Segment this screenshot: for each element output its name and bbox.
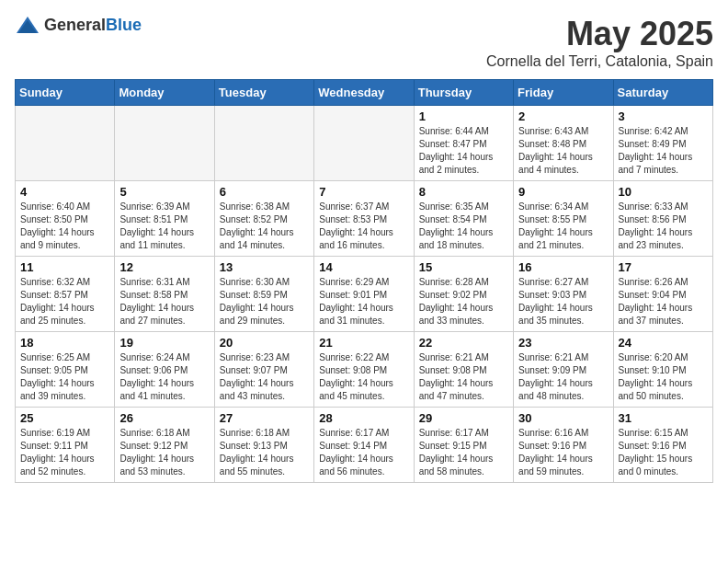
calendar-day-cell: 13Sunrise: 6:30 AM Sunset: 8:59 PM Dayli…: [214, 257, 313, 332]
day-number: 14: [319, 260, 408, 274]
day-number: 6: [220, 185, 309, 199]
day-number: 26: [119, 411, 209, 425]
day-info: Sunrise: 6:23 AM Sunset: 9:07 PM Dayligh…: [220, 351, 309, 403]
month-title: May 2025: [486, 15, 713, 53]
day-info: Sunrise: 6:33 AM Sunset: 8:56 PM Dayligh…: [619, 201, 708, 252]
calendar-week-row: 18Sunrise: 6:25 AM Sunset: 9:05 PM Dayli…: [16, 332, 713, 408]
day-number: 27: [220, 411, 309, 425]
day-number: 18: [20, 336, 109, 350]
day-number: 23: [518, 336, 608, 350]
day-of-week-header: Wednesday: [314, 80, 414, 106]
day-number: 16: [518, 260, 608, 274]
day-number: 20: [220, 336, 309, 350]
day-number: 29: [419, 411, 508, 425]
calendar-day-cell: 11Sunrise: 6:32 AM Sunset: 8:57 PM Dayli…: [16, 257, 115, 332]
day-number: 17: [619, 260, 708, 274]
day-number: 28: [319, 411, 408, 425]
day-number: 25: [20, 411, 109, 425]
day-info: Sunrise: 6:32 AM Sunset: 8:57 PM Dayligh…: [20, 276, 109, 327]
day-info: Sunrise: 6:22 AM Sunset: 9:08 PM Dayligh…: [319, 351, 408, 403]
calendar-day-cell: 14Sunrise: 6:29 AM Sunset: 9:01 PM Dayli…: [314, 257, 414, 332]
day-number: 7: [319, 185, 408, 199]
calendar-day-cell: 15Sunrise: 6:28 AM Sunset: 9:02 PM Dayli…: [414, 257, 513, 332]
day-info: Sunrise: 6:34 AM Sunset: 8:55 PM Dayligh…: [518, 201, 608, 252]
calendar-day-cell: 17Sunrise: 6:26 AM Sunset: 9:04 PM Dayli…: [613, 257, 712, 332]
day-info: Sunrise: 6:37 AM Sunset: 8:53 PM Dayligh…: [319, 201, 408, 252]
logo-icon: [15, 15, 40, 35]
day-info: Sunrise: 6:27 AM Sunset: 9:03 PM Dayligh…: [518, 276, 608, 327]
day-number: 4: [20, 185, 109, 199]
calendar-day-cell: 20Sunrise: 6:23 AM Sunset: 9:07 PM Dayli…: [214, 332, 313, 408]
calendar-week-row: 1Sunrise: 6:44 AM Sunset: 8:47 PM Daylig…: [16, 106, 713, 181]
day-info: Sunrise: 6:24 AM Sunset: 9:06 PM Dayligh…: [119, 351, 209, 403]
day-number: 21: [319, 336, 408, 350]
calendar-day-cell: 9Sunrise: 6:34 AM Sunset: 8:55 PM Daylig…: [514, 181, 613, 257]
calendar-day-cell: 30Sunrise: 6:16 AM Sunset: 9:16 PM Dayli…: [514, 408, 613, 483]
calendar-day-cell: 19Sunrise: 6:24 AM Sunset: 9:06 PM Dayli…: [115, 332, 214, 408]
day-number: 8: [419, 185, 508, 199]
day-number: 3: [619, 109, 708, 123]
day-info: Sunrise: 6:38 AM Sunset: 8:52 PM Dayligh…: [220, 201, 309, 252]
calendar-day-cell: [214, 106, 313, 181]
day-number: 10: [619, 185, 708, 199]
calendar-day-cell: 28Sunrise: 6:17 AM Sunset: 9:14 PM Dayli…: [314, 408, 414, 483]
calendar-table: SundayMondayTuesdayWednesdayThursdayFrid…: [15, 79, 713, 483]
day-number: 12: [119, 260, 209, 274]
day-number: 2: [518, 109, 608, 123]
day-info: Sunrise: 6:26 AM Sunset: 9:04 PM Dayligh…: [619, 276, 708, 327]
calendar-header: SundayMondayTuesdayWednesdayThursdayFrid…: [16, 80, 713, 106]
calendar-week-row: 4Sunrise: 6:40 AM Sunset: 8:50 PM Daylig…: [16, 181, 713, 257]
day-info: Sunrise: 6:42 AM Sunset: 8:49 PM Dayligh…: [619, 125, 708, 177]
day-number: 9: [518, 185, 608, 199]
logo: GeneralBlue: [15, 15, 142, 35]
page-header: GeneralBlue May 2025 Cornella del Terri,…: [15, 15, 713, 70]
day-info: Sunrise: 6:17 AM Sunset: 9:14 PM Dayligh…: [319, 427, 408, 478]
calendar-week-row: 25Sunrise: 6:19 AM Sunset: 9:11 PM Dayli…: [16, 408, 713, 483]
day-of-week-header: Friday: [514, 80, 613, 106]
day-of-week-header: Saturday: [613, 80, 712, 106]
logo-text-general: General: [44, 16, 106, 34]
day-info: Sunrise: 6:16 AM Sunset: 9:16 PM Dayligh…: [518, 427, 608, 478]
day-info: Sunrise: 6:40 AM Sunset: 8:50 PM Dayligh…: [20, 201, 109, 252]
day-number: 30: [518, 411, 608, 425]
day-info: Sunrise: 6:21 AM Sunset: 9:08 PM Dayligh…: [419, 351, 508, 403]
calendar-day-cell: 27Sunrise: 6:18 AM Sunset: 9:13 PM Dayli…: [214, 408, 313, 483]
day-number: 22: [419, 336, 508, 350]
day-info: Sunrise: 6:29 AM Sunset: 9:01 PM Dayligh…: [319, 276, 408, 327]
day-number: 19: [119, 336, 209, 350]
day-of-week-header: Tuesday: [214, 80, 313, 106]
calendar-day-cell: 31Sunrise: 6:15 AM Sunset: 9:16 PM Dayli…: [613, 408, 712, 483]
calendar-day-cell: 2Sunrise: 6:43 AM Sunset: 8:48 PM Daylig…: [514, 106, 613, 181]
day-info: Sunrise: 6:21 AM Sunset: 9:09 PM Dayligh…: [518, 351, 608, 403]
day-info: Sunrise: 6:31 AM Sunset: 8:58 PM Dayligh…: [119, 276, 209, 327]
logo-text-blue: Blue: [106, 16, 142, 34]
day-info: Sunrise: 6:30 AM Sunset: 8:59 PM Dayligh…: [220, 276, 309, 327]
calendar-day-cell: 18Sunrise: 6:25 AM Sunset: 9:05 PM Dayli…: [16, 332, 115, 408]
calendar-body: 1Sunrise: 6:44 AM Sunset: 8:47 PM Daylig…: [16, 106, 713, 483]
calendar-day-cell: 29Sunrise: 6:17 AM Sunset: 9:15 PM Dayli…: [414, 408, 513, 483]
day-info: Sunrise: 6:20 AM Sunset: 9:10 PM Dayligh…: [619, 351, 708, 403]
day-number: 11: [20, 260, 109, 274]
title-block: May 2025 Cornella del Terri, Catalonia, …: [486, 15, 713, 70]
calendar-day-cell: [314, 106, 414, 181]
day-info: Sunrise: 6:19 AM Sunset: 9:11 PM Dayligh…: [20, 427, 109, 478]
day-number: 15: [419, 260, 508, 274]
day-number: 31: [619, 411, 708, 425]
calendar-day-cell: [16, 106, 115, 181]
calendar-day-cell: 1Sunrise: 6:44 AM Sunset: 8:47 PM Daylig…: [414, 106, 513, 181]
calendar-week-row: 11Sunrise: 6:32 AM Sunset: 8:57 PM Dayli…: [16, 257, 713, 332]
calendar-day-cell: 25Sunrise: 6:19 AM Sunset: 9:11 PM Dayli…: [16, 408, 115, 483]
calendar-day-cell: 5Sunrise: 6:39 AM Sunset: 8:51 PM Daylig…: [115, 181, 214, 257]
calendar-day-cell: 8Sunrise: 6:35 AM Sunset: 8:54 PM Daylig…: [414, 181, 513, 257]
days-of-week-row: SundayMondayTuesdayWednesdayThursdayFrid…: [16, 80, 713, 106]
day-info: Sunrise: 6:35 AM Sunset: 8:54 PM Dayligh…: [419, 201, 508, 252]
day-number: 1: [419, 109, 508, 123]
day-info: Sunrise: 6:39 AM Sunset: 8:51 PM Dayligh…: [119, 201, 209, 252]
day-info: Sunrise: 6:44 AM Sunset: 8:47 PM Dayligh…: [419, 125, 508, 177]
calendar-day-cell: 4Sunrise: 6:40 AM Sunset: 8:50 PM Daylig…: [16, 181, 115, 257]
calendar-day-cell: 23Sunrise: 6:21 AM Sunset: 9:09 PM Dayli…: [514, 332, 613, 408]
day-info: Sunrise: 6:17 AM Sunset: 9:15 PM Dayligh…: [419, 427, 508, 478]
calendar-day-cell: 7Sunrise: 6:37 AM Sunset: 8:53 PM Daylig…: [314, 181, 414, 257]
day-info: Sunrise: 6:43 AM Sunset: 8:48 PM Dayligh…: [518, 125, 608, 177]
day-of-week-header: Monday: [115, 80, 214, 106]
